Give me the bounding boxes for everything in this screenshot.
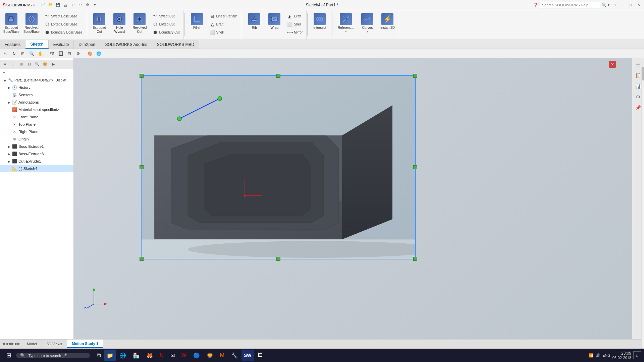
history-expander[interactable]: ▶: [7, 86, 11, 89]
shell2-button[interactable]: ⬜ Shell: [285, 20, 304, 28]
first-tab-btn[interactable]: ◀◀: [5, 342, 11, 346]
fillet-button[interactable]: Fillet: [187, 11, 207, 32]
search-input[interactable]: [540, 2, 600, 8]
draft2-button[interactable]: ◭ Draft: [285, 12, 304, 20]
btab-model[interactable]: Model: [22, 340, 42, 348]
draft-button[interactable]: ◭ Draft: [208, 20, 239, 28]
sensors-item[interactable]: ▶ 📡 Sensors: [0, 91, 73, 99]
sketch4-item[interactable]: ▶ 📐 (-) Sketch4: [0, 165, 73, 172]
reference-geometry-button[interactable]: Referenc... ▾: [334, 11, 357, 35]
btab-motion-study-1[interactable]: Motion Study 1: [67, 340, 103, 348]
tb-wolfram[interactable]: W: [178, 350, 190, 361]
tb-edge[interactable]: 🌐: [116, 350, 129, 361]
tb-photos[interactable]: 🖼: [255, 350, 266, 361]
cut-extrude1-item[interactable]: ▶ ⬛ Cut-Extrude1: [0, 158, 73, 165]
swept-boss-base-button[interactable]: 〜 Swept Boss/Base: [42, 12, 84, 20]
cut-extrude1-expander[interactable]: ▶: [7, 160, 11, 163]
tab-solidworks-mbd[interactable]: SOLIDWORKS MBD: [152, 40, 199, 49]
tb-chrome[interactable]: 🔵: [190, 350, 203, 361]
tb-task-view[interactable]: ⧉: [94, 350, 104, 361]
extruded-cut-button[interactable]: ExtrudedCut: [89, 11, 109, 36]
right-plane-item[interactable]: ▶ ✕ Right Plane: [0, 128, 73, 135]
tab-sketch[interactable]: Sketch: [25, 40, 48, 49]
tree-filter-btn[interactable]: ▼: [1, 61, 9, 68]
tb-firefox[interactable]: 🦊: [143, 350, 156, 361]
tree-display-options[interactable]: 🎨: [42, 61, 49, 68]
lofted-boss-base-button[interactable]: ⬡ Lofted Boss/Base: [42, 20, 84, 28]
minimize-button[interactable]: −: [618, 1, 626, 9]
print-button[interactable]: 🖨: [62, 2, 69, 8]
annotations-item[interactable]: ▶ 📝 Annotations: [0, 99, 73, 106]
tb-solidworks[interactable]: SW: [241, 350, 254, 361]
tb-explorer[interactable]: 📁: [104, 350, 116, 361]
part-expander[interactable]: ▶: [3, 78, 7, 82]
view-orientation[interactable]: 🗺: [48, 50, 56, 57]
tab-dimxpert[interactable]: DimXpert: [74, 40, 100, 49]
tab-features[interactable]: Features: [0, 40, 25, 49]
part-root-item[interactable]: ▶ 🔧 Part1 (Default<<Default>_Display Sta: [0, 76, 73, 84]
tb-app2[interactable]: 🦁: [204, 350, 216, 361]
boss-extrude3-item[interactable]: ▶ ⬛ Boss-Extrude3: [0, 150, 73, 158]
search-dropdown[interactable]: ▾: [608, 3, 609, 7]
tb-netflix[interactable]: N: [157, 350, 167, 361]
hole-wizard-button[interactable]: HoleWizard: [109, 11, 129, 36]
customize-qat[interactable]: ▾: [92, 2, 98, 8]
tab-evaluate[interactable]: Evaluate: [49, 40, 74, 49]
linear-pattern-button[interactable]: ⊞ Linear Pattern: [208, 12, 239, 20]
close-button[interactable]: ✕: [635, 1, 643, 9]
tb-matlab[interactable]: M: [217, 350, 227, 361]
show-desktop-btn[interactable]: □: [633, 351, 641, 359]
redo-button[interactable]: ↪: [77, 2, 84, 8]
display-style[interactable]: 🔲: [57, 50, 65, 57]
save-button[interactable]: 💾: [55, 2, 61, 8]
tb-appstore[interactable]: 🏪: [130, 350, 143, 361]
scene-btn[interactable]: 🌐: [95, 50, 103, 57]
restore-button[interactable]: □: [626, 1, 634, 9]
tab-solidworks-addins[interactable]: SOLIDWORKS Add-Ins: [100, 40, 152, 49]
swept-cut-button[interactable]: 〜 Swept Cut: [150, 12, 181, 20]
boss-extrude3-expander[interactable]: ▶: [7, 152, 11, 156]
pan-tool[interactable]: ✋: [36, 50, 44, 57]
tree-expand-arrow[interactable]: ▶: [50, 61, 57, 68]
curves-button[interactable]: Curves ▾: [357, 11, 377, 35]
lofted-cut-button[interactable]: ⬡ Lofted Cut: [150, 20, 181, 28]
rib-button[interactable]: Rib: [244, 11, 264, 32]
new-button[interactable]: 📄: [40, 2, 47, 8]
revolved-boss-base-button[interactable]: RevolvedBoss/Base: [21, 11, 42, 36]
revolved-cut-button[interactable]: RevolvedCut: [129, 11, 150, 36]
help-button[interactable]: ?: [614, 3, 616, 7]
origin-item[interactable]: ▶ ⊕ Origin: [0, 135, 73, 143]
tree-icons-view[interactable]: ⊞: [17, 61, 25, 68]
options-button[interactable]: ⚙: [84, 2, 91, 8]
zoom-to-fit[interactable]: ⊞: [19, 50, 27, 57]
taskbar-search[interactable]: 🔍 Type here to search 🎤: [16, 353, 90, 358]
search-icon[interactable]: 🔍: [601, 3, 606, 7]
boss-extrude1-item[interactable]: ▶ ⬛ Boss-Extrude1: [0, 143, 73, 150]
extruded-boss-base-button[interactable]: ExtrudedBoss/Base: [1, 11, 21, 36]
boundary-cut-button[interactable]: ⬢ Boundary Cut: [150, 28, 181, 36]
prev-tab-btn[interactable]: ◀: [2, 342, 5, 346]
tb-app3[interactable]: 🔧: [228, 350, 241, 361]
tree-search[interactable]: 🔍: [34, 61, 41, 68]
view-settings-btn[interactable]: ⚙: [74, 50, 82, 57]
zoom-in-out[interactable]: 🔍: [28, 50, 36, 57]
annotations-expander[interactable]: ▶: [7, 101, 11, 104]
top-plane-item[interactable]: ▶ ✕ Top Plane: [0, 121, 73, 128]
mirror-button[interactable]: ⟺ Mirror: [285, 28, 304, 36]
wrap-button[interactable]: W Wrap: [264, 11, 284, 32]
search-bar[interactable]: ❓ 🔍 ▾: [533, 2, 609, 8]
last-tab-btn[interactable]: ▶▶: [15, 342, 20, 346]
boundary-boss-base-button[interactable]: ⬢ Boundary Boss/Base: [42, 28, 84, 36]
tree-list-view[interactable]: ☰: [9, 61, 17, 68]
section-view[interactable]: ⊟: [65, 50, 73, 57]
close-sketch-button[interactable]: ✕: [609, 61, 616, 68]
instant3d-button[interactable]: ⚡ Instant3D: [377, 11, 397, 32]
material-item[interactable]: ▶ 🧱 Material <not specified>: [0, 106, 73, 113]
intersect-button[interactable]: Intersect: [310, 11, 330, 32]
open-button[interactable]: 📂: [47, 2, 54, 8]
rotate-tool[interactable]: ↻: [10, 50, 18, 57]
boss-extrude1-expander[interactable]: ▶: [7, 145, 11, 148]
start-button[interactable]: ⊞: [3, 350, 15, 361]
tb-mail[interactable]: ✉: [167, 350, 178, 361]
btab-3d-views[interactable]: 3D Views: [42, 340, 67, 348]
